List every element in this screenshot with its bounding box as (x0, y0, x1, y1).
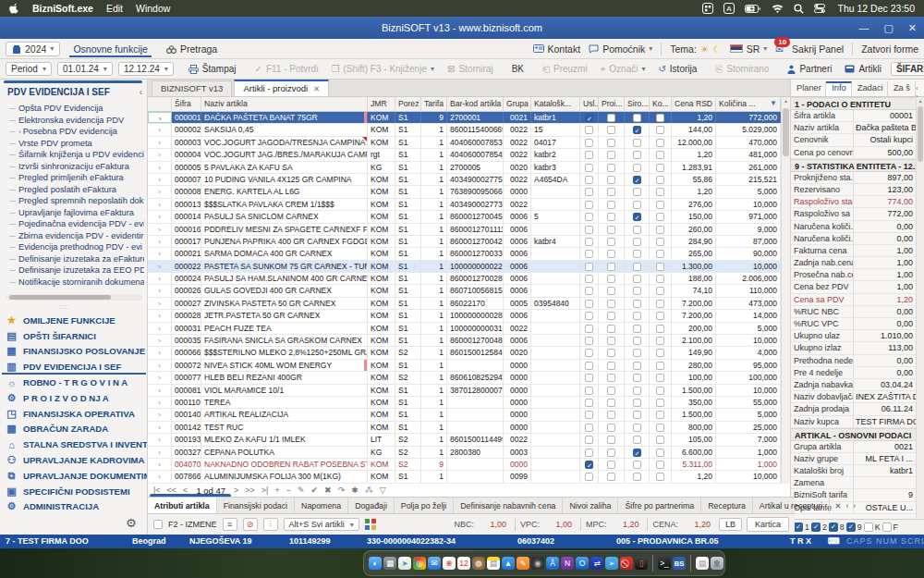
partneri-button[interactable]: Partneri (784, 62, 835, 76)
unchecked-checkbox[interactable] (585, 164, 593, 172)
unchecked-checkbox[interactable] (607, 461, 615, 469)
unchecked-checkbox[interactable] (607, 250, 615, 258)
sidebar-settings-gear-icon[interactable]: ⚙ (126, 516, 137, 530)
tarifa-checkbox-2[interactable] (811, 523, 821, 532)
unchecked-checkbox[interactable] (656, 436, 664, 444)
unchecked-checkbox[interactable] (585, 424, 593, 432)
unchecked-checkbox[interactable] (585, 263, 593, 271)
scroll-tabs-right-icon[interactable]: › (853, 501, 856, 510)
unchecked-checkbox[interactable] (656, 473, 664, 481)
stornirano-button[interactable]: ⎘Stornirano (711, 62, 772, 77)
dock-biznisoft-icon[interactable]: BS (673, 557, 686, 570)
dock-maps-icon[interactable]: ➤ (398, 557, 411, 570)
unchecked-checkbox[interactable] (656, 226, 664, 234)
table-row[interactable]: ›000031PEACH FUZE TEAKOMS111000000000313… (148, 323, 781, 335)
battery-icon[interactable] (745, 3, 761, 14)
light-theme-icon[interactable]: ☀ (700, 43, 709, 55)
unchecked-checkbox[interactable] (607, 362, 615, 370)
row-expander-icon[interactable]: › (148, 422, 172, 433)
dock-calendar-icon[interactable]: 12 (457, 557, 470, 570)
tree-item[interactable]: Definisanje izuzetaka za EEO PD (6, 264, 144, 277)
unchecked-checkbox[interactable] (656, 164, 664, 172)
pager-action-icon[interactable]: ✖ (324, 486, 332, 495)
table-row[interactable]: ›000066$$$STERILNO MLEKO 2,8%1250+250ML … (148, 347, 781, 359)
unchecked-checkbox[interactable] (656, 139, 664, 147)
unchecked-checkbox[interactable] (656, 114, 664, 122)
row-expander-icon[interactable]: › (148, 471, 172, 482)
unchecked-checkbox[interactable] (607, 176, 615, 184)
row-expander-icon[interactable]: › (148, 162, 172, 173)
row-expander-icon[interactable]: › (148, 360, 172, 371)
row-expander-icon[interactable]: › (148, 409, 172, 420)
apple-logo-icon[interactable] (9, 3, 19, 14)
doc-tab-artikli[interactable]: Artikli - proizvodi✕ (234, 80, 329, 96)
bk-button[interactable]: BK (508, 62, 528, 76)
unchecked-checkbox[interactable] (607, 411, 615, 419)
info-tab-zadaci[interactable]: Zadaci (852, 81, 888, 96)
scroll-tabs-left-icon[interactable]: ‹ (845, 501, 848, 510)
unchecked-checkbox[interactable] (585, 238, 593, 246)
table-row[interactable]: ›000140ARTIKAL REALIZACIJAKOMS1100001.50… (148, 409, 781, 421)
unchecked-checkbox[interactable] (656, 449, 664, 457)
unchecked-checkbox[interactable] (633, 374, 641, 382)
menubar-app-name[interactable]: BizniSoft.exe (32, 3, 93, 14)
dock-trash-icon[interactable]: 🗑 (711, 557, 723, 570)
unchecked-checkbox[interactable] (656, 250, 664, 258)
unchecked-checkbox[interactable] (607, 287, 615, 295)
row-expander-icon[interactable]: › (148, 434, 172, 445)
pager-action-icon[interactable]: − (286, 486, 291, 495)
dock-chrome-icon[interactable]: ◎ (413, 557, 426, 570)
row-expander-icon[interactable]: › (148, 273, 172, 284)
tree-item[interactable]: Opšta PDV Evidencija (6, 103, 144, 115)
sidebar-item-administracija[interactable]: ⚙ADMINISTRACIJA (0, 499, 148, 515)
checked-checkbox[interactable] (585, 114, 593, 122)
unchecked-checkbox[interactable] (656, 188, 664, 196)
columns-icon[interactable]: ⫶ (263, 518, 278, 531)
tarifa-checkbox-9[interactable] (846, 523, 856, 532)
row-expander-icon[interactable]: › (148, 323, 172, 334)
row-expander-icon[interactable]: › (148, 372, 172, 383)
row-expander-icon[interactable]: › (148, 385, 172, 396)
unchecked-checkbox[interactable] (656, 387, 664, 395)
tree-item[interactable]: Pregled primljenih eFaktura (6, 172, 144, 184)
dock-onenote-icon[interactable]: N (561, 557, 574, 570)
unchecked-checkbox[interactable] (633, 164, 641, 172)
tree-item[interactable]: Pregled poslatih eFaktura (6, 184, 144, 196)
detail-tab[interactable]: Receptura (701, 498, 753, 513)
article-filter-select[interactable]: Alt+S Svi artikli▾ (284, 518, 359, 531)
row-expander-icon[interactable]: › (148, 335, 172, 346)
column-header[interactable]: Siro... (625, 97, 650, 111)
unchecked-checkbox[interactable] (656, 411, 664, 419)
dock-mail-icon[interactable]: ✉ (428, 557, 441, 570)
unchecked-checkbox[interactable] (585, 337, 593, 345)
tree-item[interactable]: Elektronska evidencija PDV (6, 115, 144, 127)
unchecked-checkbox[interactable] (633, 139, 641, 147)
row-expander-icon[interactable]: › (148, 310, 172, 321)
unchecked-checkbox[interactable] (656, 176, 664, 184)
table-row[interactable]: ›000002SAKSIJA 0,45KOMS11860011540066900… (148, 124, 781, 136)
dock-keynote-icon[interactable]: ▲ (502, 557, 515, 570)
keyboard-layout-icon[interactable]: A (723, 3, 735, 14)
table-row[interactable]: ›000077HLEB BELI REZANI 400GRKOMS2186061… (148, 372, 781, 384)
row-expander-icon[interactable]: › (148, 298, 172, 309)
tab-osnovne-funkcije[interactable]: Osnovne funkcije (67, 41, 153, 56)
column-header[interactable]: Grupa (504, 97, 531, 111)
tree-horizontal-scrollbar[interactable] (6, 294, 142, 301)
unchecked-checkbox[interactable] (585, 188, 593, 196)
dock-appstore-icon[interactable]: Å (546, 557, 559, 570)
unchecked-checkbox[interactable] (633, 188, 641, 196)
unchecked-checkbox[interactable] (607, 424, 615, 432)
unchecked-checkbox[interactable] (607, 188, 615, 196)
table-row[interactable]: ›000001ĐAČKA PAŠTETA BANAT 75GRKOMS19270… (148, 112, 781, 124)
table-row[interactable]: ›000142TEST RUCKOMS110000800,0025,000 (148, 422, 781, 434)
kartica-button[interactable]: Kartica (747, 517, 789, 532)
column-header[interactable]: JMR (368, 97, 395, 111)
detail-tab[interactable]: Artikal u recepturi (753, 498, 830, 513)
unchecked-checkbox[interactable] (585, 300, 593, 308)
info-panel-scrollbar[interactable]: ▴ (916, 97, 924, 518)
tree-item[interactable]: Pregled spremnih neposlatih dok (6, 195, 144, 207)
unchecked-checkbox[interactable] (585, 201, 593, 209)
minimize-button[interactable]: — (858, 22, 869, 33)
tarifa-checkbox-1[interactable] (794, 523, 803, 532)
unchecked-checkbox[interactable] (607, 126, 615, 134)
